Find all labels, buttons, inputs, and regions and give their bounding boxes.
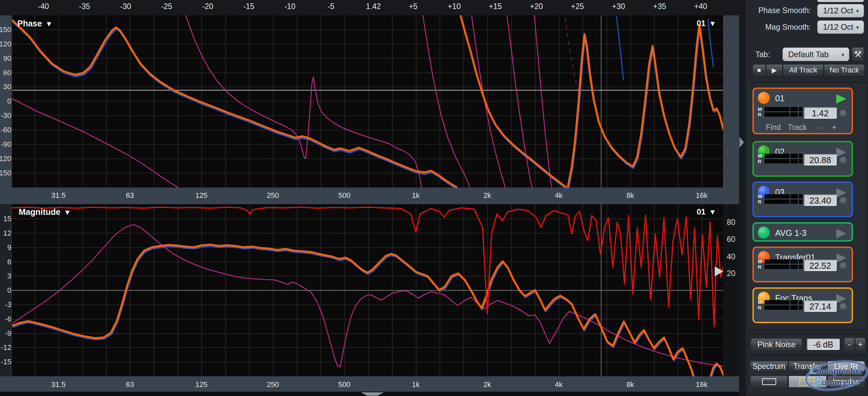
track-track-button[interactable]: Track [788,123,807,132]
phase-dropdown-icon[interactable]: ▼ [45,20,53,28]
track-play-button[interactable] [836,229,846,238]
magnitude-y-label: 15 [0,214,11,223]
all-track-button[interactable]: All Track [783,64,824,76]
track-knob[interactable] [840,157,847,163]
track-card-avg-1-3[interactable]: AVG 1-3 [752,222,853,242]
magnitude-spl-label: 20 [724,269,738,278]
track-delay-value[interactable]: 1.42 [804,107,837,119]
divider [750,41,864,42]
play-button[interactable]: ▶ [766,64,782,76]
time-axis-label: -15 [229,2,269,11]
track-plus-button[interactable]: + [832,123,836,132]
freq-axis-label: 125 [181,191,221,200]
track-play-button[interactable] [836,294,846,303]
track-r-slider[interactable] [765,265,803,269]
track-m-slider[interactable] [765,194,803,199]
track-play-button[interactable] [836,94,846,103]
track-name[interactable]: 01 [775,94,784,103]
slider-tick [789,112,790,117]
track-card-01[interactable]: 01MR1.42FindTrack-+ [752,88,853,134]
phase-y-label: -60 [0,125,11,135]
generator-level-value[interactable]: -6 dB [807,338,840,350]
track-knob[interactable] [840,262,847,269]
track-r-slider[interactable] [765,200,803,204]
app-window: Phase▼ 01▼ Magnitude▼ 01▼ Phase Smooth: … [0,0,868,396]
stop-button[interactable]: ■ [752,64,766,76]
track-card-transfer01[interactable]: Transfer01MR22.52 [752,247,853,282]
freq-axis-label: 31.5 [38,191,79,200]
track-delay-value[interactable]: 20.88 [804,154,837,165]
slider-tick [789,265,790,269]
track-card-02[interactable]: 02MR20.88 [752,141,853,177]
track-knob[interactable] [840,303,847,310]
view-dual-button[interactable] [788,376,827,388]
tab-transfer[interactable]: Transfer [788,361,827,372]
phase-smooth-dropdown[interactable]: 1/12 Oct ▼ [817,4,864,18]
track-play-button[interactable] [836,148,846,157]
tab-spectrum[interactable]: Spectrum [750,361,788,372]
track-card-03[interactable]: 03MR23.40 [752,181,853,217]
slider-label-r: R [758,264,764,270]
phase-trace-dropdown-icon[interactable]: ▼ [709,20,716,28]
tab-settings-button[interactable]: ⚒ [851,47,864,61]
single-view-icon [762,378,776,385]
slider-label-m: M [758,193,764,199]
phase-y-label: 30 [0,82,11,92]
phase-panel-title: Phase▼ [18,19,53,28]
generator-level-plus-button[interactable]: + [855,337,866,351]
slider-label-m: M [758,299,764,305]
mag-smooth-dropdown[interactable]: 1/12 Oct ▼ [817,20,864,34]
time-axis-label: +5 [393,2,433,11]
track-minus-button[interactable]: - [820,123,823,132]
magnitude-expand-arrow[interactable] [715,266,723,276]
freq-axis-label: 500 [324,380,364,389]
freq-axis-label: 31.5 [38,380,79,389]
view-single-button[interactable] [750,376,788,388]
track-r-slider[interactable] [765,305,803,310]
track-play-button[interactable] [836,188,846,197]
freq-axis-label: 16k [682,380,722,389]
tools-icon: ⚒ [854,49,862,59]
magnitude-spl-label: 60 [724,235,738,244]
tab-live-ir[interactable]: Live IR [827,361,865,372]
freq-axis-label: 8k [610,191,650,200]
track-knob[interactable] [840,110,847,117]
track-delay-value[interactable]: 27.14 [804,300,837,312]
track-play-button[interactable] [836,253,846,263]
track-find-button[interactable]: Find [766,123,781,132]
track-delay-value[interactable]: 23.40 [804,194,837,206]
phase-y-label: -120 [0,154,11,163]
time-axis-label: +10 [434,2,474,11]
track-m-slider[interactable] [765,300,803,304]
no-track-button[interactable]: No Track [824,64,865,76]
phase-trace-selector[interactable]: 01▼ [697,19,716,28]
track-card-foc-trans[interactable]: Foc TransMR27.14 [752,287,853,323]
freq-axis-label: 1k [396,191,436,200]
track-name[interactable]: AVG 1-3 [775,228,807,238]
view-impulse-button[interactable]: Impulse [827,376,865,388]
track-knob[interactable] [840,197,847,204]
track-m-slider[interactable] [765,107,803,111]
magnitude-spl-label: 80 [724,218,738,227]
track-m-slider[interactable] [765,154,803,158]
generator-level-minus-button[interactable]: - [844,337,855,351]
freq-axis-label: 4k [539,380,579,389]
slider-tick [798,259,799,264]
track-r-slider[interactable] [765,159,803,163]
pink-noise-button[interactable]: Pink Noise [750,338,803,351]
magnitude-dropdown-icon[interactable]: ▼ [64,208,71,217]
time-axis-label: +15 [475,2,515,11]
magnitude-trace-selector[interactable]: 01▼ [697,207,716,217]
slider-tick [798,107,799,111]
track-r-slider[interactable] [765,112,803,117]
mag-smooth-label: Mag Smooth: [745,23,811,32]
time-axis-label: -40 [23,2,63,11]
slider-label-m: M [758,106,764,112]
freq-axis-label: 250 [253,191,293,200]
track-delay-value[interactable]: 22.52 [804,260,837,271]
tab-value: Default Tab [788,50,829,59]
cropped-top-dropdown[interactable] [817,0,864,2]
magnitude-trace-dropdown-icon[interactable]: ▼ [709,208,716,217]
track-m-slider[interactable] [765,259,803,264]
tab-dropdown[interactable]: Default Tab ▼ [782,48,849,61]
